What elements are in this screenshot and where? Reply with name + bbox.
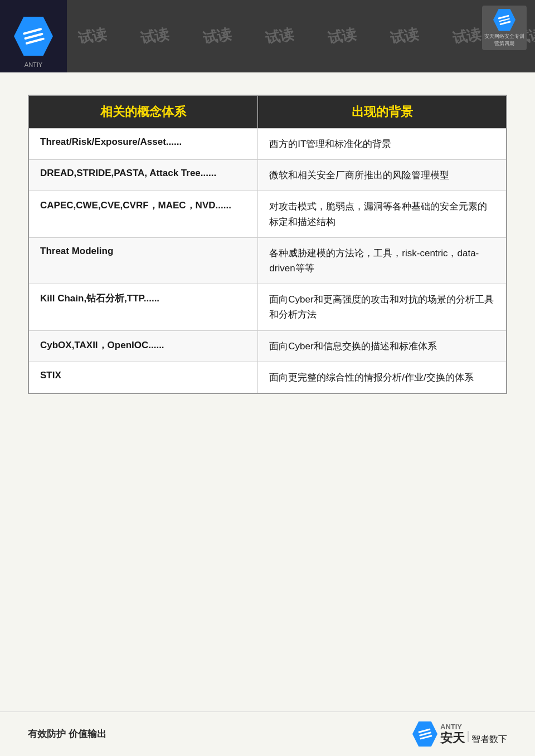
logo-label: ANTIY — [25, 61, 42, 68]
main-content: 相关的概念体系 出现的背景 Threat/Risk/Exposure/Asset… — [0, 72, 535, 756]
footer-brand-sub: 智者数下 — [471, 734, 507, 744]
table-row: Kill Chain,钻石分析,TTP......面向Cyber和更高强度的攻击… — [28, 284, 507, 330]
cell-concept: Kill Chain,钻石分析,TTP...... — [28, 284, 258, 330]
cell-background: 面向Cyber和信息交换的描述和标准体系 — [258, 330, 507, 362]
table-row: DREAD,STRIDE,PASTA, Attack Tree......微软和… — [28, 160, 507, 191]
cell-concept: CAPEC,CWE,CVE,CVRF，MAEC，NVD...... — [28, 191, 258, 237]
footer-tagline: 有效防护 价值输出 — [28, 728, 106, 740]
cell-background: 面向更完整的综合性的情报分析/作业/交换的体系 — [258, 362, 507, 393]
table-row: STIX面向更完整的综合性的情报分析/作业/交换的体系 — [28, 362, 507, 393]
cell-background: 微软和相关安全厂商所推出的风险管理模型 — [258, 160, 507, 191]
cell-concept: Threat/Risk/Exposure/Asset...... — [28, 129, 258, 160]
cell-concept: Threat Modeling — [28, 237, 258, 284]
brand-subtitle: 安天网络安全专训营第四期 — [482, 33, 527, 47]
cell-background: 对攻击模式，脆弱点，漏洞等各种基础的安全元素的标定和描述结构 — [258, 191, 507, 237]
table-row: CybOX,TAXII，OpenIOC......面向Cyber和信息交换的描述… — [28, 330, 507, 362]
page-header: ANTIY 试读 试读 试读 试读 试读 试读 试读 试读 试读 — [0, 0, 535, 72]
col1-header: 相关的概念体系 — [28, 95, 258, 129]
logo-area: ANTIY — [0, 0, 67, 72]
concept-table: 相关的概念体系 出现的背景 Threat/Risk/Exposure/Asset… — [28, 95, 507, 394]
cell-background: 西方的IT管理和标准化的背景 — [258, 129, 507, 160]
cell-concept: CybOX,TAXII，OpenIOC...... — [28, 330, 258, 362]
cell-background: 各种威胁建模的方法论，工具，risk-centric，data-driven等等 — [258, 237, 507, 284]
table-row: CAPEC,CWE,CVE,CVRF，MAEC，NVD......对攻击模式，脆… — [28, 191, 507, 237]
header-brand: 安天网络安全专训营第四期 — [482, 6, 527, 50]
cell-concept: DREAD,STRIDE,PASTA, Attack Tree...... — [28, 160, 258, 191]
table-row: Threat/Risk/Exposure/Asset......西方的IT管理和… — [28, 129, 507, 160]
footer-brand: ANTIY 安天 智者数下 — [412, 721, 507, 747]
header-watermarks: 试读 试读 试读 试读 试读 试读 试读 试读 试读 — [67, 0, 535, 72]
footer-logo-icon — [412, 721, 437, 747]
cell-concept: STIX — [28, 362, 258, 393]
cell-background: 面向Cyber和更高强度的攻击和对抗的场景的分析工具和分析方法 — [258, 284, 507, 330]
footer-brand-name: 安天 — [440, 731, 465, 745]
col2-header: 出现的背景 — [258, 95, 507, 129]
logo-hexagon — [14, 17, 53, 56]
table-row: Threat Modeling各种威胁建模的方法论，工具，risk-centri… — [28, 237, 507, 284]
page-footer: 有效防护 价值输出 ANTIY 安天 智者数下 — [0, 711, 535, 756]
footer-antiy-label: ANTIY — [440, 723, 507, 731]
